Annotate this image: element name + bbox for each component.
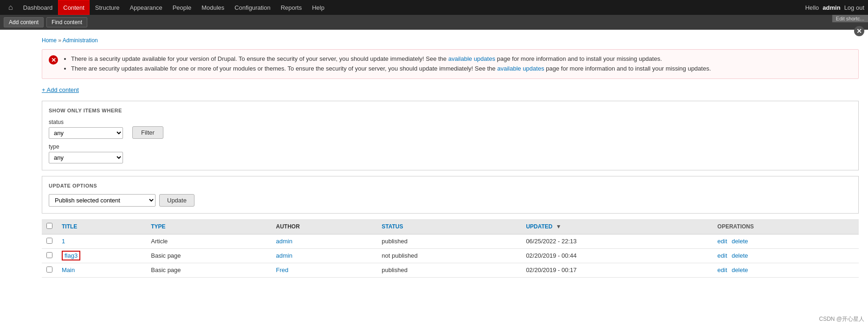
header-updated: UPDATED ▼ (521, 219, 713, 234)
row2-title: flag3 (57, 248, 146, 263)
header-operations: OPERATIONS (713, 219, 859, 234)
row3-checkbox-cell (42, 263, 57, 277)
breadcrumb-sep: » (58, 37, 61, 44)
type-sort-link[interactable]: TYPE (151, 223, 165, 230)
alert-text: There is a security update available for… (63, 54, 711, 74)
select-all-checkbox[interactable] (46, 223, 52, 229)
row1-checkbox-cell (42, 234, 57, 248)
update-button[interactable]: Update (159, 194, 194, 207)
row1-delete-link[interactable]: delete (732, 238, 748, 245)
nav-appearance[interactable]: Appearance (125, 0, 167, 15)
home-nav-item[interactable]: ⌂ (4, 0, 18, 15)
header-title: TITLE (57, 219, 146, 234)
update-options-title: UPDATE OPTIONS (49, 183, 852, 188)
row2-operations: edit delete (713, 248, 859, 263)
row3-author-link[interactable]: Fred (276, 266, 289, 273)
status-filter-group: status any published not published (49, 119, 123, 139)
filter-row: status any published not published Filte… (49, 119, 852, 139)
close-button[interactable]: ✕ (854, 26, 864, 36)
edit-shortcut: Edit shortc... (832, 15, 868, 22)
alert-message-1: There is a security update available for… (71, 54, 711, 64)
row2-checkbox-cell (42, 248, 57, 263)
row3-edit-link[interactable]: edit (718, 266, 727, 273)
available-updates-link-2[interactable]: available updates (497, 65, 544, 72)
nav-reports[interactable]: Reports (276, 0, 307, 15)
status-label: status (49, 119, 123, 125)
nav-people[interactable]: People (168, 0, 196, 15)
logout-link[interactable]: Log out (844, 4, 864, 11)
type-filter-row: type any Article Basic page (49, 143, 852, 163)
header-type: TYPE (146, 219, 271, 234)
row1-author-link[interactable]: admin (276, 238, 292, 245)
hello-text: Hello (805, 4, 819, 11)
row2-status: not published (377, 248, 521, 263)
updated-sort-link[interactable]: UPDATED (526, 223, 552, 230)
filter-section: SHOW ONLY ITEMS WHERE status any publish… (42, 101, 859, 170)
nav-left: ⌂ Dashboard Content Structure Appearance… (4, 0, 805, 15)
nav-content[interactable]: Content (58, 0, 90, 15)
add-content-button[interactable]: Add content (4, 17, 44, 27)
status-select[interactable]: any published not published (49, 127, 123, 139)
row3-checkbox[interactable] (46, 266, 52, 273)
main-content: Home » Administration ✕ There is a secur… (0, 30, 868, 287)
content-table: TITLE TYPE AUTHOR STATUS UPDATED ▼ OPERA… (42, 219, 859, 278)
row1-updated: 06/25/2022 - 22:13 (521, 234, 713, 248)
row2-title-link[interactable]: flag3 (62, 251, 80, 260)
breadcrumb: Home » Administration (42, 37, 859, 44)
breadcrumb-home[interactable]: Home (42, 37, 57, 44)
row3-title: Main (57, 263, 146, 277)
update-select[interactable]: Publish selected content Unpublish selec… (49, 194, 155, 207)
row3-author: Fred (272, 263, 377, 277)
alert-message-2: There are security updates available for… (71, 64, 711, 74)
row1-title: 1 (57, 234, 146, 248)
table-row: flag3 Basic page admin not published 02/… (42, 248, 859, 263)
nav-configuration[interactable]: Configuration (230, 0, 275, 15)
title-sort-link[interactable]: TITLE (62, 223, 77, 230)
row2-updated: 02/20/2019 - 00:44 (521, 248, 713, 263)
status-sort-link[interactable]: STATUS (382, 223, 403, 230)
header-checkbox-cell (42, 219, 57, 234)
nav-modules[interactable]: Modules (197, 0, 229, 15)
row2-edit-link[interactable]: edit (718, 252, 727, 259)
row1-operations: edit delete (713, 234, 859, 248)
header-status: STATUS (377, 219, 521, 234)
filter-section-title: SHOW ONLY ITEMS WHERE (49, 108, 852, 113)
type-label: type (49, 143, 123, 150)
row2-author-link[interactable]: admin (276, 252, 292, 259)
row3-title-link[interactable]: Main (62, 266, 75, 273)
row2-author: admin (272, 248, 377, 263)
row3-type: Basic page (146, 263, 271, 277)
available-updates-link-1[interactable]: available updates (448, 55, 495, 62)
sort-arrow-icon: ▼ (556, 223, 562, 230)
update-options-row: Publish selected content Unpublish selec… (49, 194, 852, 207)
type-select[interactable]: any Article Basic page (49, 152, 123, 163)
row2-checkbox[interactable] (46, 252, 52, 258)
alert-box: ✕ There is a security update available f… (42, 49, 859, 79)
row1-title-link[interactable]: 1 (62, 238, 65, 245)
top-navigation: ⌂ Dashboard Content Structure Appearance… (0, 0, 868, 15)
row1-author: admin (272, 234, 377, 248)
nav-structure[interactable]: Structure (91, 0, 124, 15)
nav-help[interactable]: Help (307, 0, 329, 15)
row1-type: Article (146, 234, 271, 248)
row3-operations: edit delete (713, 263, 859, 277)
row3-status: published (377, 263, 521, 277)
header-author: AUTHOR (272, 219, 377, 234)
table-row: 1 Article admin published 06/25/2022 - 2… (42, 234, 859, 248)
table-row: Main Basic page Fred published 02/20/201… (42, 263, 859, 277)
table-header-row: TITLE TYPE AUTHOR STATUS UPDATED ▼ OPERA… (42, 219, 859, 234)
filter-button[interactable]: Filter (132, 126, 163, 139)
breadcrumb-admin[interactable]: Administration (63, 37, 98, 44)
secondary-toolbar: Add content Find content Edit shortc... (0, 15, 868, 30)
nav-dashboard[interactable]: Dashboard (19, 0, 58, 15)
type-filter-group: type any Article Basic page (49, 143, 123, 163)
row1-edit-link[interactable]: edit (718, 238, 727, 245)
find-content-button[interactable]: Find content (46, 17, 87, 27)
row2-delete-link[interactable]: delete (732, 252, 748, 259)
add-content-link[interactable]: + Add content (42, 86, 79, 93)
row1-checkbox[interactable] (46, 238, 52, 244)
nav-right: Hello admin Log out (805, 4, 864, 11)
row3-delete-link[interactable]: delete (732, 266, 748, 273)
row1-status: published (377, 234, 521, 248)
row3-updated: 02/20/2019 - 00:17 (521, 263, 713, 277)
